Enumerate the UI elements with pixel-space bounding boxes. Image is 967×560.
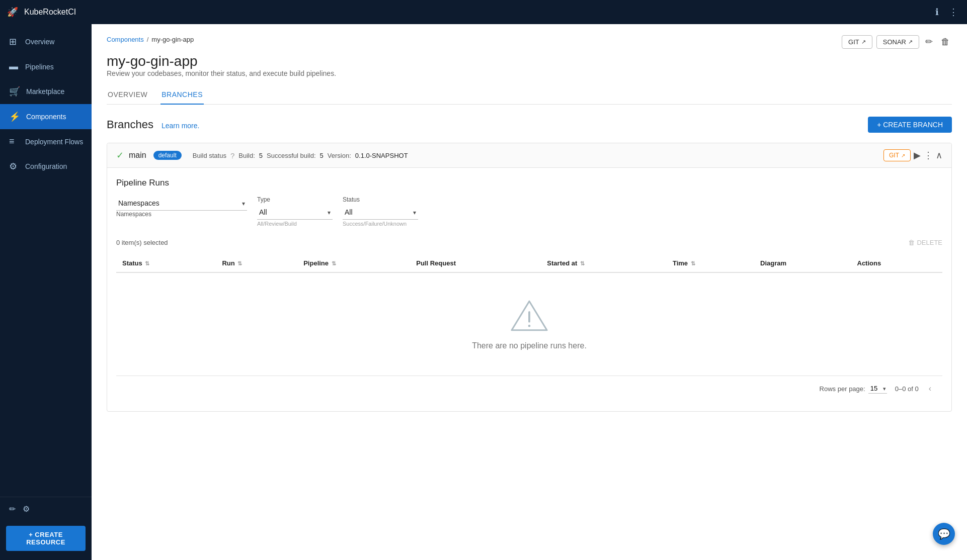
git-external-icon: ↗: [861, 39, 866, 45]
successful-build-value: 5: [320, 152, 324, 159]
page-subtitle: Review your codebases, monitor their sta…: [107, 69, 952, 77]
pagination-row: Rows per page: 15 25 50 0–0 of 0 ‹: [116, 376, 942, 401]
sort-time-icon: ⇅: [691, 260, 695, 266]
filters-row: Namespaces Namespaces Type All All/Revie…: [116, 196, 942, 227]
branch-git-external-icon: ↗: [901, 153, 905, 158]
menu-icon[interactable]: ⋮: [949, 7, 958, 18]
pipeline-runs-table-wrapper: Status ⇅ Run ⇅ Pipeline ⇅: [116, 254, 942, 376]
content-area: Components / my-go-gin-app GIT ↗ SONAR ↗…: [92, 24, 967, 560]
sort-status-icon: ⇅: [145, 260, 149, 266]
sidebar-nav: ⊞ Overview ▬ Pipelines 🛒 Marketplace ⚡ C…: [0, 24, 92, 497]
tab-branches[interactable]: BRANCHES: [160, 85, 204, 105]
branches-section-header: Branches Learn more. + CREATE BRANCH: [107, 117, 952, 133]
components-icon: ⚡: [9, 111, 20, 122]
branch-actions: GIT ↗ ▶ ⋮ ∧: [883, 149, 942, 161]
build-value: 5: [259, 152, 263, 159]
branch-run-button[interactable]: ▶: [914, 150, 921, 161]
sort-run-icon: ⇅: [237, 260, 242, 266]
selected-count: 0 item(s) selected: [116, 239, 168, 246]
create-resource-button[interactable]: + CREATE RESOURCE: [6, 526, 86, 551]
configuration-icon: ⚙: [9, 161, 19, 172]
rows-per-page-label: Rows per page:: [820, 385, 865, 393]
prev-page-button[interactable]: ‹: [927, 382, 933, 395]
selected-info: 0 item(s) selected 🗑 DELETE: [116, 235, 942, 250]
col-diagram: Diagram: [754, 254, 851, 272]
branch-git-button[interactable]: GIT ↗: [883, 149, 911, 161]
branch-status-icon: ✓: [116, 150, 124, 161]
branch-header: ✓ main default Build status ? Build: 5 S…: [107, 143, 951, 168]
settings-bottom-icon[interactable]: ⚙: [23, 504, 30, 514]
namespaces-select[interactable]: Namespaces: [116, 196, 247, 211]
version-value: 0.1.0-SNAPSHOT: [355, 152, 408, 159]
sidebar-item-configuration[interactable]: ⚙ Configuration: [0, 154, 92, 179]
git-button[interactable]: GIT ↗: [842, 35, 872, 49]
deployment-flows-icon: ≡: [9, 136, 19, 147]
status-select[interactable]: All: [343, 205, 418, 220]
pipeline-runs-table: Status ⇅ Run ⇅ Pipeline ⇅: [116, 254, 942, 376]
branch-more-button[interactable]: ⋮: [924, 150, 933, 161]
col-run[interactable]: Run ⇅: [216, 254, 297, 272]
info-icon[interactable]: ℹ: [935, 7, 939, 18]
chat-icon: 💬: [938, 528, 950, 540]
rows-per-page-select[interactable]: 15 25 50: [868, 384, 887, 394]
type-filter-label: Type: [257, 196, 333, 203]
sidebar-item-components[interactable]: ⚡ Components: [0, 104, 92, 129]
type-filter: Type All All/Review/Build: [257, 196, 333, 227]
sonar-external-icon: ↗: [908, 39, 913, 45]
learn-more-link[interactable]: Learn more.: [162, 122, 199, 130]
branch-card: ✓ main default Build status ? Build: 5 S…: [107, 143, 952, 412]
rows-per-page: Rows per page: 15 25 50: [820, 384, 887, 394]
build-status-label: Build status: [193, 152, 226, 159]
create-branch-button[interactable]: + CREATE BRANCH: [868, 117, 952, 133]
page-title: my-go-gin-app: [107, 53, 952, 69]
col-status[interactable]: Status ⇅: [116, 254, 216, 272]
empty-state: There are no pipeline runs here.: [116, 273, 942, 376]
status-filter-label: Status: [343, 196, 418, 203]
tab-overview[interactable]: OVERVIEW: [107, 85, 148, 105]
branch-collapse-button[interactable]: ∧: [936, 150, 942, 161]
pipeline-runs-tbody: There are no pipeline runs here.: [116, 272, 942, 376]
breadcrumb: Components / my-go-gin-app: [107, 36, 194, 43]
overview-icon: ⊞: [9, 36, 19, 47]
edit-button[interactable]: ✏: [923, 34, 935, 49]
sidebar-item-deployment-flows[interactable]: ≡ Deployment Flows: [0, 129, 92, 154]
col-pipeline[interactable]: Pipeline ⇅: [297, 254, 410, 272]
empty-state-text: There are no pipeline runs here.: [472, 341, 587, 350]
sonar-button[interactable]: SONAR ↗: [876, 35, 919, 49]
version-label: Version:: [328, 152, 351, 159]
delete-button[interactable]: 🗑: [939, 35, 952, 49]
successful-build-label: Successful build:: [267, 152, 316, 159]
sidebar: 🚀 KubeRocketCI ⊞ Overview ▬ Pipelines 🛒 …: [0, 0, 92, 560]
warning-triangle-icon: [509, 298, 549, 333]
rows-per-page-select-wrapper: 15 25 50: [868, 384, 887, 394]
page-actions: GIT ↗ SONAR ↗ ✏ 🗑: [842, 34, 952, 49]
app-title: KubeRocketCI: [24, 8, 76, 17]
sidebar-item-marketplace[interactable]: 🛒 Marketplace: [0, 79, 92, 104]
marketplace-icon: 🛒: [9, 86, 20, 97]
namespaces-label: Namespaces: [116, 211, 247, 218]
breadcrumb-link[interactable]: Components: [107, 36, 144, 43]
col-time[interactable]: Time ⇅: [667, 254, 754, 272]
breadcrumb-current: my-go-gin-app: [151, 36, 194, 43]
pipelines-icon: ▬: [9, 61, 19, 72]
main-wrapper: ℹ ⋮ Components / my-go-gin-app GIT ↗ SON…: [92, 0, 967, 560]
col-started-at[interactable]: Started at ⇅: [541, 254, 667, 272]
status-filter-hint: Success/Failure/Unknown: [343, 221, 418, 227]
type-select[interactable]: All: [257, 205, 333, 220]
topbar: ℹ ⋮: [92, 0, 967, 24]
sort-started-icon: ⇅: [580, 260, 585, 266]
delete-selected-button[interactable]: 🗑 DELETE: [908, 239, 942, 246]
sidebar-item-overview[interactable]: ⊞ Overview: [0, 29, 92, 54]
branch-name: main: [129, 151, 146, 160]
help-icon[interactable]: ?: [230, 151, 234, 160]
chat-fab-button[interactable]: 💬: [933, 523, 955, 545]
breadcrumb-separator: /: [147, 36, 149, 43]
namespaces-filter: Namespaces Namespaces: [116, 196, 247, 220]
logo-icon: 🚀: [7, 7, 18, 18]
svg-point-1: [528, 325, 531, 327]
sidebar-bottom: ✏ ⚙: [0, 497, 92, 521]
type-filter-hint: All/Review/Build: [257, 221, 333, 227]
table-header-row: Status ⇅ Run ⇅ Pipeline ⇅: [116, 254, 942, 272]
edit-bottom-icon[interactable]: ✏: [9, 504, 16, 514]
sidebar-item-pipelines[interactable]: ▬ Pipelines: [0, 54, 92, 79]
